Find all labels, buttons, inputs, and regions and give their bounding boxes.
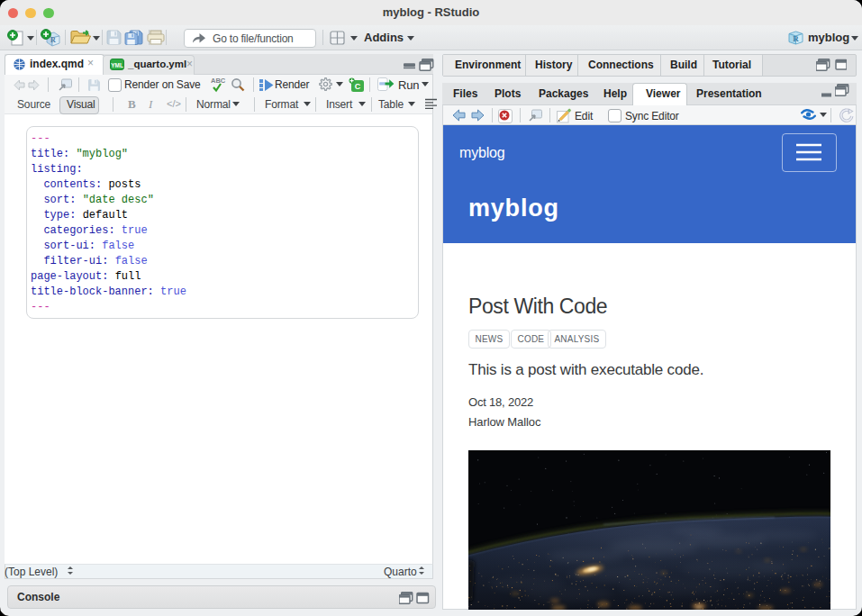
- svg-text:ABC: ABC: [211, 77, 226, 85]
- svg-text:YML: YML: [111, 62, 123, 68]
- svg-text:R: R: [50, 36, 56, 44]
- svg-text:C: C: [355, 82, 361, 91]
- svg-text:R: R: [793, 34, 799, 43]
